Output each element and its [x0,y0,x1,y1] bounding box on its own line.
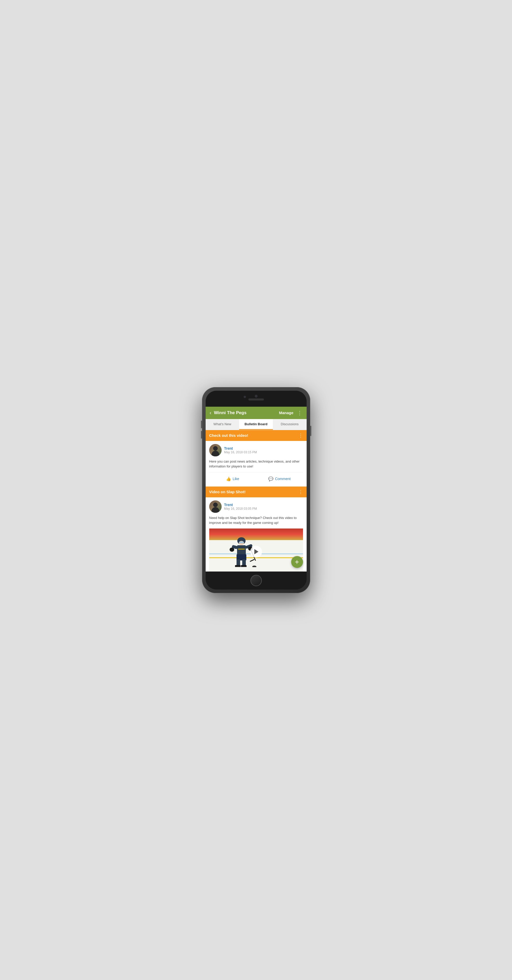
play-button[interactable] [250,546,262,558]
phone-device: ‹ Winni The Pegs Manage ⋮ What's New Bul… [202,387,310,593]
power-button[interactable] [310,426,311,436]
post-header-2: Video on Slap Shot! ⋮ [206,487,307,497]
avatar-2 [209,500,222,513]
team-name: Winni The Pegs [214,410,246,415]
author-info-1: Trent May 16, 2018 03:15 PM [224,446,257,454]
phone-screen-container: ‹ Winni The Pegs Manage ⋮ What's New Bul… [206,391,307,590]
tab-whats-new[interactable]: What's New [206,419,239,430]
tab-discussions[interactable]: Discussions [273,419,307,430]
post-options-icon-2[interactable]: ⋮ [298,489,303,495]
add-post-fab[interactable]: + [291,556,303,568]
manage-button[interactable]: Manage [279,410,293,415]
tab-bar: What's New Bulletin Board Discussions [206,419,307,430]
like-icon-1: 👍 [226,476,231,481]
header-right: Manage ⋮ [279,410,303,416]
speaker-grille [249,398,264,401]
volume-down-button[interactable] [201,431,202,439]
camera-dot [255,395,257,398]
svg-rect-3 [237,545,246,555]
like-button-1[interactable]: 👍 Like [209,475,256,483]
back-button[interactable]: ‹ [210,410,212,416]
more-options-icon[interactable]: ⋮ [297,410,303,416]
post-date-2: May 16, 2018 03:05 PM [224,507,257,511]
volume-up-button[interactable] [201,421,202,428]
svg-line-10 [250,559,254,562]
avatar-1 [209,444,222,457]
svg-point-18 [252,566,257,567]
app-header: ‹ Winni The Pegs Manage ⋮ [206,407,307,419]
post-card-2: Video on Slap Shot! ⋮ Trent May 16, 2018… [206,487,307,571]
post-author-row-2: Trent May 16, 2018 03:05 PM [209,500,303,513]
comment-button-1[interactable]: 💬 Comment [256,475,303,483]
comment-icon-1: 💬 [268,476,273,481]
post-actions-1: 👍 Like 💬 Comment [209,472,303,483]
avatar-image-2 [209,500,222,513]
bottom-bezel [206,571,307,590]
post-text-1: Here you can post news articles, techniq… [209,459,303,469]
svg-rect-2 [239,541,244,543]
screen: ‹ Winni The Pegs Manage ⋮ What's New Bul… [206,407,307,571]
post-card-1: Check out this video! ⋮ Trent May 16, 20… [206,430,307,486]
svg-point-7 [230,547,234,552]
post-date-1: May 16, 2018 03:15 PM [224,450,257,454]
video-thumbnail[interactable] [209,528,303,571]
author-name-2[interactable]: Trent [224,503,257,507]
svg-rect-14 [235,565,241,567]
add-icon: + [295,558,299,566]
home-button[interactable] [250,575,262,586]
post-text-2: Need help on Slap Shot technique? Check … [209,515,303,525]
author-info-2: Trent May 16, 2018 03:05 PM [224,503,257,511]
post-author-row-1: Trent May 16, 2018 03:15 PM [209,444,303,457]
tab-bulletin-board[interactable]: Bulletin Board [239,419,273,430]
author-name-1[interactable]: Trent [224,446,257,450]
post-title-2: Video on Slap Shot! [209,490,246,494]
avatar-image-1 [209,444,222,457]
svg-rect-15 [241,565,247,567]
post-title-1: Check out this video! [209,433,249,438]
play-triangle-icon [254,549,258,554]
content-area: Check out this video! ⋮ Trent May 16, 20… [206,430,307,571]
post-header-1: Check out this video! ⋮ [206,430,307,441]
svg-rect-4 [238,549,245,550]
post-options-icon-1[interactable]: ⋮ [298,433,303,438]
top-bezel [206,391,307,407]
comment-label-1: Comment [275,477,291,481]
header-left: ‹ Winni The Pegs [210,410,247,416]
front-camera [244,396,246,398]
like-label-1: Like [233,477,239,481]
post-body-1: Trent May 16, 2018 03:15 PM Here you can… [206,441,307,486]
